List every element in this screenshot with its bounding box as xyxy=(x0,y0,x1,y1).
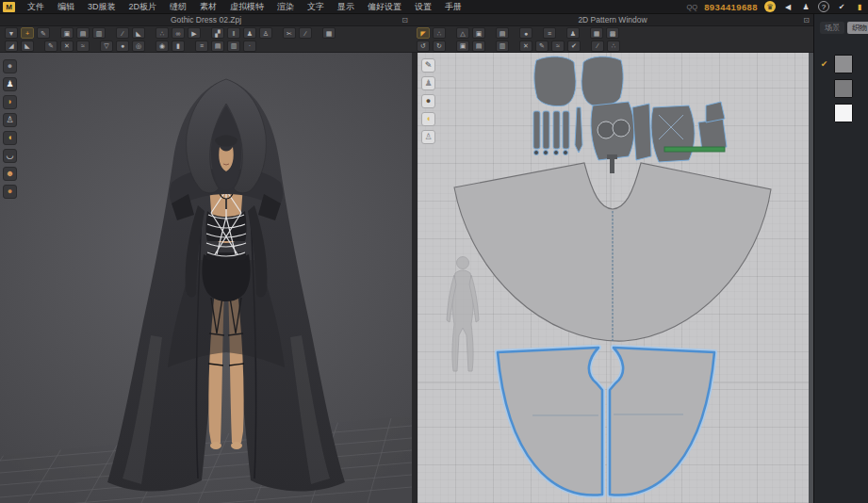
fabric-swatch-2[interactable] xyxy=(819,79,868,98)
show-avatar-toggle[interactable]: ♙ xyxy=(3,113,17,127)
float-window-icon[interactable]: ⊡ xyxy=(401,16,408,24)
grid-pattern-tool[interactable]: ▦ xyxy=(590,27,603,39)
menu-sewing[interactable]: 缝纫 xyxy=(163,0,193,14)
help-icon[interactable]: ? xyxy=(818,1,829,12)
gizmo-orientation-toggle[interactable]: ◗ xyxy=(3,95,17,109)
menu-3d-garment[interactable]: 3D服装 xyxy=(81,0,123,14)
2d-window-titlebar[interactable]: 2D Pattern Window ⊡ xyxy=(412,14,813,26)
fitting-tool[interactable]: ∞ xyxy=(172,27,185,39)
select-mesh-tool[interactable]: ✎ xyxy=(37,27,50,39)
show-textured-surface-toggle[interactable]: ● xyxy=(3,59,17,73)
edit-pattern-tool[interactable]: ∴ xyxy=(433,27,446,39)
fabric-swatch-color[interactable] xyxy=(834,55,853,73)
vip-crown-icon[interactable]: ♛ xyxy=(764,1,776,12)
unfold-tool[interactable]: ▤ xyxy=(472,41,485,52)
arrow-move-tool[interactable]: ▶ xyxy=(188,27,201,39)
show-avatar-tool[interactable]: ♟ xyxy=(243,27,256,39)
segment-sewing-tool[interactable]: ✕ xyxy=(519,41,532,52)
gravity-tool[interactable]: ▽ xyxy=(100,41,113,52)
sound-icon[interactable]: ◀ xyxy=(782,1,794,12)
selected-cape-pattern-piece[interactable] xyxy=(498,348,714,495)
multi-segment-sewing-tool[interactable]: ≈ xyxy=(551,41,565,52)
steam-brush-tool[interactable]: ∴ xyxy=(156,27,169,39)
menu-handbook[interactable]: 手册 xyxy=(438,0,468,14)
cape-pattern-piece[interactable] xyxy=(454,154,771,341)
notch-tool[interactable]: ∴ xyxy=(607,41,620,52)
feedback-icon[interactable]: ✔ xyxy=(836,1,847,12)
show-head-toggle[interactable]: ● xyxy=(3,185,17,199)
pin-2d-tool[interactable]: ♟ xyxy=(566,27,580,39)
sync-3d-tool[interactable]: ↻ xyxy=(433,41,446,52)
check-sewing-tool[interactable]: ✔ xyxy=(567,41,581,52)
show-texture-toggle[interactable]: ● xyxy=(421,94,435,108)
reset-2d-arrangement-tool[interactable]: ↺ xyxy=(417,41,430,52)
print-layout-tool[interactable]: ▥ xyxy=(496,41,509,52)
show-garment-toggle[interactable]: ♟ xyxy=(3,77,17,91)
menu-edit[interactable]: 编辑 xyxy=(51,0,81,14)
fabric-swatch-3[interactable] xyxy=(819,104,868,122)
transform-pattern-tool[interactable]: ◤ xyxy=(417,27,430,39)
trace-tool[interactable]: ● xyxy=(519,27,532,39)
rearrange-tool[interactable]: ▣ xyxy=(456,41,469,52)
stress-map-tool[interactable]: ▤ xyxy=(211,41,224,52)
menu-material[interactable]: 素材 xyxy=(193,0,223,14)
show-pattern-toggle[interactable]: ♟ xyxy=(421,76,435,90)
drag-fabric-tool[interactable]: ◣ xyxy=(132,27,145,39)
select-move-tool[interactable]: + xyxy=(21,27,34,39)
tuck-tool[interactable]: ◣ xyxy=(21,41,34,52)
2d-pattern-canvas[interactable]: ✎♟●◖♙ xyxy=(412,53,813,503)
move-avatar-tool[interactable]: ♙ xyxy=(259,27,272,39)
menu-preferences[interactable]: 偏好设置 xyxy=(361,0,408,14)
float-window-icon-2d[interactable]: ⊡ xyxy=(803,16,810,24)
3d-viewport[interactable]: ●♟◗♙◖◡☻● xyxy=(0,53,412,503)
pattern-thumbnails[interactable] xyxy=(533,57,727,162)
menu-file[interactable]: 文件 xyxy=(21,0,51,14)
user-icon[interactable]: ♟ xyxy=(800,1,811,12)
edit-sewing-tool[interactable]: ∕ xyxy=(591,41,604,52)
pinch-tool[interactable]: ◢ xyxy=(5,41,18,52)
fold-arrangement-tool[interactable]: ▞ xyxy=(211,27,224,39)
mesh-view-tool[interactable]: · xyxy=(243,41,256,52)
freeze-tool[interactable]: ◎ xyxy=(132,41,145,52)
fit-check-tool[interactable]: ≡ xyxy=(195,41,208,52)
3d-window-titlebar[interactable]: Gothic Dress 02.Zpj ⊡ xyxy=(0,14,412,26)
menu-2d-pattern[interactable]: 2D板片 xyxy=(123,0,164,14)
polygon-pattern-tool[interactable]: △ xyxy=(456,27,469,39)
menu-avatar[interactable]: 虚拟模特 xyxy=(223,0,270,14)
simulate-tool[interactable]: ▼ xyxy=(5,27,18,39)
show-base-pattern-toggle[interactable]: ♙ xyxy=(421,130,435,144)
show-fabric-toggle[interactable]: ◖ xyxy=(3,131,17,145)
pause-simulation-tool[interactable]: ‖ xyxy=(227,27,240,39)
menu-text[interactable]: 文字 xyxy=(301,0,331,14)
sculpt-tool[interactable]: ✎ xyxy=(44,41,57,52)
notice-icon[interactable]: ▮ xyxy=(854,1,865,12)
measure-tool[interactable]: ∕ xyxy=(299,27,312,39)
deactivate-tool[interactable]: ◉ xyxy=(156,41,169,52)
show-shoes-toggle[interactable]: ◡ xyxy=(3,149,17,163)
wind-controller-tool[interactable]: ≈ xyxy=(76,41,90,52)
show-topstitch-toggle[interactable]: ◖ xyxy=(421,112,435,126)
fabric-swatch-1[interactable]: ✔ xyxy=(819,55,868,73)
tab-fabric[interactable]: 织物 xyxy=(847,22,868,34)
pin-box-tool[interactable]: ▤ xyxy=(76,27,90,39)
remove-pin-tool[interactable]: ▥ xyxy=(92,27,106,39)
tack-on-avatar-tool[interactable]: ✂ xyxy=(283,27,296,39)
image-pattern-tool[interactable]: ▤ xyxy=(496,27,509,39)
menu-display[interactable]: 显示 xyxy=(331,0,361,14)
pen-display-toggle[interactable]: ✎ xyxy=(421,58,435,73)
texture-grid-tool[interactable]: ▩ xyxy=(606,27,619,39)
strain-map-tool[interactable]: ▥ xyxy=(227,41,240,52)
tab-scene[interactable]: 场景 xyxy=(820,22,844,34)
pin-tool[interactable]: ▣ xyxy=(60,27,74,39)
sewing-pin-tool[interactable]: ∕ xyxy=(116,27,129,39)
fold-line-tool[interactable]: ✕ xyxy=(60,41,74,52)
free-sewing-tool[interactable]: ✎ xyxy=(535,41,549,52)
3d-avatar-model[interactable] xyxy=(107,79,345,492)
menu-render[interactable]: 渲染 xyxy=(270,0,301,14)
grid-snap-tool[interactable]: ▦ xyxy=(322,27,336,39)
fabric-swatch-color[interactable] xyxy=(834,79,853,98)
show-skin-toggle[interactable]: ☻ xyxy=(3,167,17,181)
menu-settings[interactable]: 设置 xyxy=(408,0,438,14)
pleats-tool[interactable]: ≡ xyxy=(543,27,556,39)
copy-pattern-tool[interactable]: ▣ xyxy=(472,27,485,39)
